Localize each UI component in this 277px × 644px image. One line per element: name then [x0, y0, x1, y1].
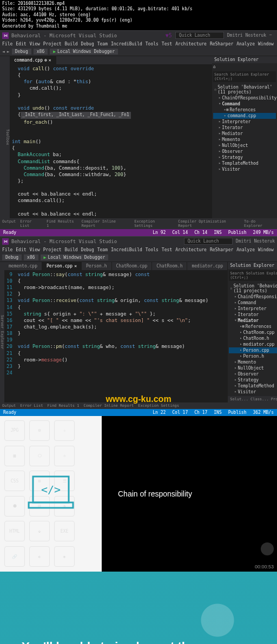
menu-analyze[interactable]: Analyze	[236, 247, 255, 252]
tab-class[interactable]: Class...	[250, 397, 269, 401]
se-search-input[interactable]: Search Solution Explorer (Ctrl+;)	[229, 270, 277, 281]
tab-memento[interactable]: memento.cpp	[4, 262, 42, 270]
quick-launch-input[interactable]: Quick Launch	[184, 238, 233, 245]
menu-debug[interactable]: Debug	[81, 42, 94, 46]
se-project-item[interactable]: ▸Iterator	[213, 125, 276, 131]
menu-architecture[interactable]: Architecture	[175, 42, 207, 46]
code-editor[interactable]: void call() const override { for (auto& …	[10, 64, 212, 218]
tab-solution[interactable]: Solut...	[230, 397, 248, 401]
status-publish[interactable]: Publish	[228, 410, 247, 415]
tab-inline-report[interactable]: Compiler Inline Report	[82, 219, 130, 228]
tab-error-list[interactable]: Error List	[20, 219, 42, 228]
se-project-item[interactable]: ▸ChainOfResponsibility	[213, 95, 276, 101]
se-project-item[interactable]: ▸Iterator	[229, 312, 277, 318]
menu-tools[interactable]: Tools	[146, 42, 159, 46]
tab-command-cpp[interactable]: command.cpp ⊕ ✕	[10, 56, 56, 64]
se-file[interactable]: ▸ChatRoom.h	[229, 336, 277, 341]
menu-team[interactable]: Team	[97, 247, 108, 252]
se-references[interactable]: ▸■References	[213, 107, 276, 113]
se-project-item[interactable]: ▸Strategy	[229, 377, 277, 383]
se-project-item[interactable]: ▸Mediator	[213, 131, 276, 137]
tab-mediator-cpp[interactable]: mediator.cpp	[187, 262, 228, 270]
se-project-item[interactable]: ▾Mediator	[229, 318, 277, 324]
tab-chatroom-h[interactable]: ChatRoom.h	[152, 262, 187, 270]
tab-output[interactable]: Output	[2, 404, 16, 408]
config-dropdown[interactable]: Debug	[12, 49, 31, 55]
tab-error-list[interactable]: Error List	[20, 404, 43, 408]
menu-tools[interactable]: Tools	[146, 247, 159, 252]
menu-architecture[interactable]: Architecture	[175, 247, 207, 252]
se-project-item[interactable]: ▸TemplateMethod	[229, 383, 277, 389]
tab-inline-report[interactable]: Compiler Inline Report	[83, 404, 134, 408]
start-debug-button[interactable]: ▶Local Windows Debugger	[50, 49, 118, 55]
quick-launch-input[interactable]: Quick Launch	[175, 32, 224, 39]
se-project-item[interactable]: ▸Visitor	[213, 166, 276, 172]
play-overlay-icon[interactable]	[261, 542, 274, 555]
se-project-item[interactable]: ▸NullObject	[213, 143, 276, 149]
se-file-command-cpp[interactable]: ▸command.cpp	[213, 113, 276, 119]
se-project-item[interactable]: ▸Interpreter	[213, 119, 276, 125]
nav-fwd-icon[interactable]: ►	[7, 49, 10, 54]
se-project-item[interactable]: ▸Observer	[229, 371, 277, 377]
tab-todo[interactable]: To-do Explorer	[244, 219, 275, 228]
menu-resharper[interactable]: ReSharper	[210, 247, 233, 252]
config-dropdown[interactable]: Debug	[2, 254, 22, 260]
menu-file[interactable]: File	[2, 42, 12, 46]
tab-exception[interactable]: Exception Settings	[134, 219, 174, 228]
menu-view[interactable]: View	[30, 247, 40, 252]
se-project-item[interactable]: ▸Command	[229, 300, 277, 306]
se-project-item[interactable]: ▸Memento	[213, 137, 276, 143]
tab-output[interactable]: Output	[2, 219, 16, 228]
se-file[interactable]: ▸mediator.cpp	[229, 341, 277, 347]
menu-project[interactable]: Project	[43, 247, 62, 252]
minimize-icon[interactable]: ─	[269, 33, 275, 38]
se-file[interactable]: ▸ChatRoom.cpp	[229, 330, 277, 336]
menu-incredibuild[interactable]: IncrediBuild	[111, 247, 142, 252]
tab-find-results[interactable]: Find Results 1	[47, 219, 77, 228]
menu-resharper[interactable]: ReSharper	[210, 42, 233, 46]
se-solution-root[interactable]: ▫Solution 'Behavioral' (11 projects)	[213, 84, 276, 95]
se-project-item[interactable]: ▸Observer	[213, 149, 276, 155]
se-project-item[interactable]: ▸Visitor	[229, 389, 277, 395]
sidebar-toolbox[interactable]: Toolbox	[0, 56, 10, 218]
platform-dropdown[interactable]: x86	[34, 49, 48, 55]
tab-person-h[interactable]: Person.h	[82, 262, 112, 270]
user-name[interactable]: Dmitri Nesteruk	[227, 33, 266, 38]
menu-view[interactable]: View	[30, 42, 40, 46]
tab-chatroom-cpp[interactable]: ChatRoom.cpp	[112, 262, 153, 270]
menu-window[interactable]: Window	[258, 247, 274, 252]
code-editor[interactable]: 9 10 11 12 13 14 15 16 17 18 19 20 21 22…	[4, 270, 228, 377]
menu-debug[interactable]: Debug	[81, 247, 94, 252]
menu-team[interactable]: Team	[97, 42, 108, 46]
tab-person-cpp[interactable]: Person.cpp ✕	[42, 262, 82, 270]
se-project-item[interactable]: ▸TemplateMethod	[213, 160, 276, 166]
status-publish[interactable]: Publish	[228, 230, 247, 235]
se-project-item[interactable]: ▸Interpreter	[229, 306, 277, 312]
start-debug-button[interactable]: ▶Local Windows Debugger	[41, 254, 109, 260]
tab-find-results[interactable]: Find Results 1	[47, 404, 79, 408]
se-file-person-cpp[interactable]: ▸Person.cpp	[229, 347, 277, 353]
menu-build[interactable]: Build	[65, 247, 78, 252]
se-project-item[interactable]: ▸Strategy	[213, 155, 276, 160]
platform-dropdown[interactable]: x86	[24, 254, 38, 260]
menu-build[interactable]: Build	[65, 42, 78, 46]
se-project-item[interactable]: ▸NullObject	[229, 365, 277, 371]
close-icon[interactable]: ✕	[49, 58, 51, 63]
menu-analyze[interactable]: Analyze	[236, 42, 255, 46]
pin-icon[interactable]: ⊕	[44, 58, 47, 63]
se-references[interactable]: ▸■References	[229, 324, 277, 330]
se-solution-root[interactable]: ▫Solution 'Behavioral' (11 projects)	[229, 283, 277, 294]
nav-back-icon[interactable]: ◄	[2, 49, 5, 54]
menu-edit[interactable]: Edit	[16, 247, 26, 252]
tab-optim-report[interactable]: Compiler Optimization Report	[178, 219, 240, 228]
se-project-item[interactable]: ▸Memento	[229, 359, 277, 365]
menu-project[interactable]: Project	[43, 42, 62, 46]
se-project-item[interactable]: ▾Command	[213, 101, 276, 107]
tab-exception[interactable]: Exception Settings	[138, 404, 179, 408]
se-search-input[interactable]: Search Solution Explorer (Ctrl+;)	[213, 71, 276, 82]
menu-window[interactable]: Window	[258, 42, 274, 46]
menu-file[interactable]: File	[2, 247, 12, 252]
user-name[interactable]: Dmitri Nesteruk	[236, 239, 275, 244]
sidebar-toolbox[interactable]: Server Explorer	[0, 262, 4, 403]
menu-test[interactable]: Test	[162, 42, 172, 46]
